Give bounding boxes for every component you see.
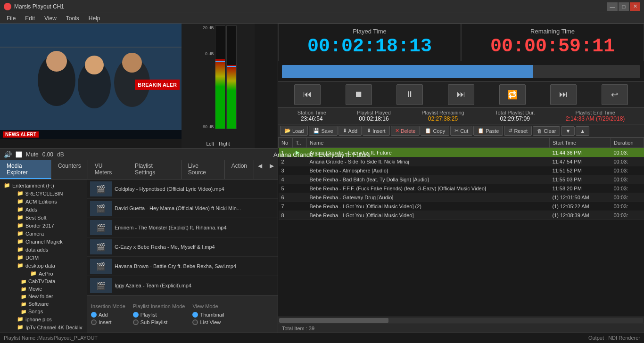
media-item[interactable]: 🎬 Eminem - The Monster (Explicit) ft. Ri… [87, 218, 278, 237]
reset-button[interactable]: ↺ Reset [504, 126, 532, 136]
folder-camera[interactable]: 📁 Camera [9, 229, 85, 237]
folder-best-soft[interactable]: 📁 Best Soft [9, 213, 85, 221]
folder-recycle[interactable]: 📁 $RECYCLE.BIN [9, 189, 85, 197]
move-up-button[interactable]: ▲ [576, 126, 589, 136]
cell-start: (1) 12:08:39 AM [550, 211, 611, 220]
folder-dcim[interactable]: 📁 DCIM [9, 253, 85, 261]
list-view-option[interactable]: List View [192, 319, 224, 325]
tab-next-arrow[interactable]: ▶ [266, 160, 278, 179]
media-item[interactable]: 🎬 G-Eazy x Bebe Rexha - Me, Myself & I.m… [87, 237, 278, 257]
next-track-button[interactable]: ⏭ [550, 84, 577, 105]
tab-media-explorer[interactable]: Media Explorer [0, 160, 51, 179]
menu-view[interactable]: View [40, 14, 61, 23]
media-item[interactable]: 🎬 Havana Brown - Battle Cry ft. Bebe Rex… [87, 257, 278, 276]
folder-icon: 📁 [4, 182, 10, 188]
titlebar: Marsis Playout CH1 — □ ✕ [0, 0, 644, 13]
folder-data-adds[interactable]: 📁 data adds [9, 245, 85, 253]
folder-acm[interactable]: 📁 ACM Editions [9, 197, 85, 205]
media-item[interactable]: 🎬 Coldplay - Hypnotised (Official Lyric … [87, 180, 278, 199]
folder-movie[interactable]: 📁 Movie [2, 285, 85, 293]
h-scrollbar[interactable] [279, 318, 643, 323]
tab-counters[interactable]: Counters [51, 160, 88, 179]
tab-action[interactable]: Action [225, 160, 254, 179]
cell-no: 5 [279, 184, 293, 193]
mute-label[interactable]: Mute [26, 151, 39, 158]
table-row[interactable]: 5 Bebe Rexha - F.F.F. (Fuck Fake Friends… [279, 184, 644, 193]
paste-button[interactable]: 📋 Paste [473, 126, 503, 136]
thumbnail-option[interactable]: Thumbnail [192, 312, 224, 318]
pause-button[interactable]: ⏸ [396, 84, 423, 105]
stop-button[interactable]: ⏹ [346, 84, 372, 105]
menu-edit[interactable]: Edit [20, 14, 40, 23]
delete-button[interactable]: ✕ Delete [391, 126, 420, 136]
table-row[interactable]: 6 Bebe Rexha - Gateway Drug [Audio] (1) … [279, 193, 644, 202]
folder-software[interactable]: 📁 Software [2, 300, 85, 308]
folder-songs[interactable]: 📁 Songs [2, 308, 85, 315]
sub-playlist-option[interactable]: Sub Playlist [133, 319, 185, 325]
tab-live-source[interactable]: Live Source [182, 160, 225, 179]
sub-playlist-radio[interactable] [133, 319, 139, 325]
save-button[interactable]: 💾 Save [309, 126, 337, 136]
insertion-add-option[interactable]: Add [91, 312, 125, 318]
folder-border[interactable]: 📁 Border 2017 [9, 221, 85, 229]
folder-entertainment[interactable]: 📁 Entertainment (F:) [2, 181, 85, 189]
back-button[interactable]: ↩ [602, 84, 628, 105]
folder-desktop-data[interactable]: 📁 desktop data [9, 261, 85, 270]
loop-button[interactable]: 🔁 [499, 84, 526, 105]
list-view-radio[interactable] [192, 319, 198, 325]
folder-cabtv[interactable]: 📁 CabTVData [2, 278, 85, 285]
window-controls: — □ ✕ [607, 2, 640, 11]
insertion-add-radio[interactable] [91, 312, 97, 318]
progress-bar[interactable] [282, 65, 640, 78]
minimize-button[interactable]: — [607, 2, 618, 11]
close-button[interactable]: ✕ [630, 2, 640, 11]
add-button[interactable]: ⬇ Add [339, 126, 362, 136]
media-item[interactable]: 🎬 Iggy Azalea - Team (Explicit).mp4 [87, 276, 278, 295]
table-row[interactable]: 3 Bebe Rexha - Atmosphere [Audio] 11:51:… [279, 166, 644, 175]
thumbnail-radio[interactable] [192, 312, 198, 318]
folder-iptv[interactable]: 📁 IpTv Channel 4K Deckliv [9, 323, 85, 331]
progress-bar-container[interactable] [278, 61, 644, 81]
tab-vu-meters[interactable]: VU Meters [88, 160, 128, 179]
folder-aepro[interactable]: 📁 AePro [17, 270, 85, 278]
insertion-insert-radio[interactable] [91, 319, 97, 325]
tab-playlist-settings[interactable]: Playlist Settings [128, 160, 182, 179]
playlist-playlist-radio[interactable] [133, 312, 139, 318]
move-down-button[interactable]: ▼ [561, 126, 575, 136]
tab-prev-arrow[interactable]: ◀ [254, 160, 266, 179]
table-row[interactable]: 2 Ariana Grande - Side To Side ft. Nicki… [279, 157, 644, 166]
folder-label: Songs [28, 309, 43, 314]
title-area: Marsis Playout CH1 [4, 3, 64, 10]
load-button[interactable]: 📂 Load [280, 126, 308, 136]
copy-button[interactable]: 📋 Copy [421, 126, 449, 136]
table-row[interactable]: 7 Bebe Rexha - I Got You [Official Music… [279, 202, 644, 211]
clear-button[interactable]: 🗑 Clear [533, 126, 560, 136]
playlist-remaining-value: 02:27:38:25 [421, 115, 464, 122]
media-thumb: 🎬 [90, 220, 112, 235]
playlist-radio-option[interactable]: Playlist [133, 312, 185, 318]
skip-forward-button[interactable]: ⏭ [448, 84, 474, 105]
table-row[interactable]: 8 Bebe Rexha - I Got You [Official Music… [279, 211, 644, 220]
maximize-button[interactable]: □ [619, 2, 629, 11]
playlist-table-wrapper: No T.. Name Start Time Duration 1 ▶ Aria… [278, 138, 644, 317]
folder-iphone[interactable]: 📁 iphone pics [9, 315, 85, 323]
media-item[interactable]: 🎬 David Guetta - Hey Mama (Official Vide… [87, 199, 278, 218]
skip-back-button[interactable]: ⏮ [294, 84, 321, 105]
cell-type [293, 202, 307, 211]
output-status: Output : NDI Renderer [588, 335, 640, 341]
mute-checkbox[interactable] [16, 151, 22, 158]
folder-new-folder[interactable]: 📁 New folder [2, 293, 85, 300]
media-thumb: 🎬 [90, 239, 112, 254]
insertion-insert-option[interactable]: Insert [91, 319, 125, 325]
menu-file[interactable]: File [2, 14, 20, 23]
remaining-time-box: Remaining Time 00:00:59:11 [461, 24, 644, 61]
menu-help[interactable]: Help [84, 14, 105, 23]
menu-tools[interactable]: Tools [61, 14, 84, 23]
cut-button[interactable]: ✂ Cut [450, 126, 472, 136]
insert-button[interactable]: ⬇ Insert [363, 126, 390, 136]
media-thumb: 🎬 [90, 259, 112, 274]
table-row[interactable]: 4 Bebe Rexha - Bad Bitch (feat. Ty Dolla… [279, 175, 644, 184]
cell-name: Bebe Rexha - F.F.F. (Fuck Fake Friends) … [307, 184, 550, 193]
folder-adds[interactable]: 📁 Adds [9, 205, 85, 213]
folder-channel-magick[interactable]: 📁 Channel Magick [9, 237, 85, 245]
